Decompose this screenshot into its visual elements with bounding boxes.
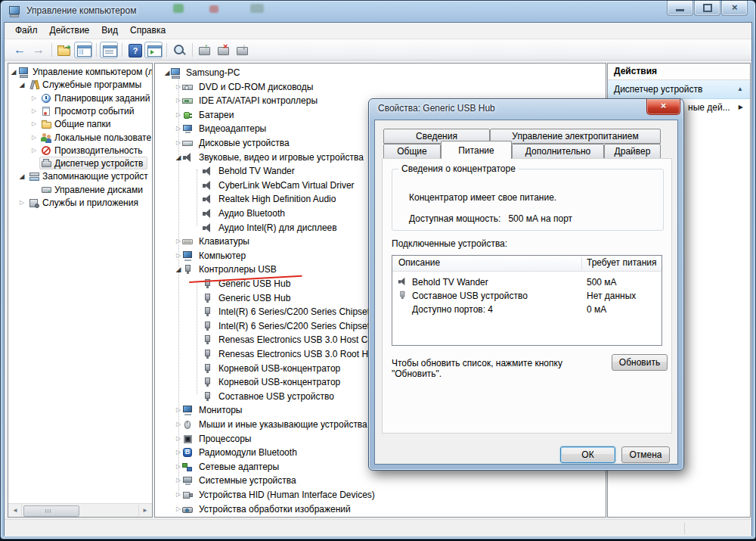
scroll-right-icon[interactable]: ► (138, 505, 151, 516)
device-tree-item-label: Корневой USB-концентратор (218, 363, 340, 374)
device-tree-item[interactable]: ▷Устройства HID (Human Interface Devices… (155, 489, 606, 503)
attached-device-row[interactable]: Доступно портов: 40 мА (392, 303, 662, 316)
show-action-pane-icon[interactable] (144, 42, 163, 58)
dialog-close-button[interactable]: × (646, 99, 680, 115)
show-console-tree-icon[interactable]: ➔ (55, 42, 73, 58)
usb-icon (202, 306, 213, 318)
expand-arrow-icon[interactable]: ▷ (175, 125, 182, 132)
window-titlebar[interactable]: Управление компьютером × (1, 1, 755, 22)
usb-hub-properties-dialog: Свойства: Generic USB Hub × Сведения Упр… (368, 98, 684, 471)
expand-arrow-icon[interactable]: ▷ (175, 252, 182, 259)
tab-driver[interactable]: Драйвер (604, 144, 661, 159)
console-tree-item[interactable]: ▷Общие папки (8, 118, 152, 131)
tab-power[interactable]: Питание (441, 141, 512, 159)
expand-arrow-icon[interactable]: ▷ (175, 238, 182, 244)
expand-arrow-icon[interactable]: ▷ (30, 120, 38, 127)
help-icon[interactable]: ? (125, 42, 144, 58)
console-tree-item[interactable]: Диспетчер устройств (8, 157, 152, 170)
collapse-arrow-icon[interactable]: ◢ (10, 68, 17, 76)
expand-arrow-icon[interactable]: ▷ (175, 491, 182, 498)
console-tree-item[interactable]: ◢Запоминающие устройст (8, 170, 152, 183)
hid-icon (182, 490, 194, 501)
console-tree-item[interactable]: ▷Просмотр событий (8, 105, 152, 118)
device-tree-item-label: Клавиатуры (199, 236, 249, 247)
maximize-button[interactable] (694, 1, 720, 16)
keyboard-icon (182, 236, 194, 247)
battery-icon (182, 110, 194, 121)
expand-arrow-icon[interactable]: ▷ (175, 449, 182, 455)
update-driver-icon[interactable]: ↑ (196, 42, 214, 58)
console-tree-item[interactable]: ◢Управление компьютером (л (8, 66, 152, 79)
expand-arrow-icon[interactable]: ▷ (30, 95, 38, 101)
expand-arrow-icon[interactable]: ▷ (175, 421, 182, 428)
console-panes-icon[interactable] (74, 42, 92, 58)
actions-section-label: Диспетчер устройств (614, 84, 702, 95)
disable-device-icon[interactable]: ↓ (234, 42, 252, 58)
dialog-title[interactable]: Свойства: Generic USB Hub (378, 103, 495, 113)
scrollbar-thumb[interactable] (23, 505, 79, 517)
menu-help[interactable]: Справка (124, 23, 172, 39)
expand-arrow-icon[interactable]: ▷ (175, 97, 182, 104)
storage-icon (29, 171, 40, 182)
actions-section-device-manager[interactable]: Диспетчер устройств ▲ (608, 80, 750, 99)
scan-hardware-icon[interactable] (170, 42, 188, 58)
horizontal-scrollbar[interactable]: ◄ ► (8, 503, 152, 517)
minimize-button[interactable] (667, 1, 693, 16)
console-tree-item[interactable]: ▷Производительность (8, 145, 152, 157)
attached-device-row[interactable]: Составное USB устройствоНет данных (392, 289, 662, 303)
expand-arrow-icon[interactable]: ▷ (175, 83, 182, 90)
device-tree-item[interactable]: ▷Устройства обработки изображений (155, 503, 606, 518)
console-tree-item[interactable]: ▷Службы и приложения (8, 197, 152, 210)
close-button[interactable]: × (721, 1, 748, 16)
console-tree-item[interactable]: ▷Локальные пользовате (8, 132, 152, 145)
column-divider[interactable] (581, 257, 582, 269)
mouse-icon (182, 419, 194, 431)
column-description[interactable]: Описание (398, 257, 440, 268)
collapse-arrow-icon[interactable]: ◢ (175, 154, 182, 161)
ok-button[interactable]: ОК (560, 446, 615, 463)
collapse-arrow-icon[interactable]: ◢ (18, 81, 26, 89)
expand-arrow-icon[interactable]: ▷ (175, 139, 182, 146)
toolbar-separator (122, 43, 122, 57)
column-power-required[interactable]: Требует питания (587, 257, 657, 268)
tab-general[interactable]: Общие (383, 144, 441, 159)
expand-arrow-icon[interactable]: ▷ (175, 435, 182, 442)
device-tree-item-label: Behold TV Wander (218, 166, 295, 176)
collapse-section-icon[interactable]: ▲ (737, 80, 743, 98)
expand-arrow-icon[interactable]: ▷ (18, 199, 26, 206)
tab-advanced[interactable]: Дополнительно (512, 144, 604, 159)
menu-file[interactable]: Файл (9, 23, 44, 39)
console-tree-item[interactable]: ▷Планировщик заданий (8, 92, 152, 105)
console-tree-item[interactable]: ◢Служебные программы (8, 79, 152, 92)
expand-arrow-icon[interactable]: ▷ (175, 505, 182, 512)
network-icon (182, 462, 194, 473)
forward-icon[interactable]: → (29, 42, 48, 58)
expand-arrow-icon[interactable]: ▷ (30, 107, 38, 114)
cancel-button[interactable]: Отмена (621, 446, 670, 463)
expand-arrow-icon[interactable]: ▷ (30, 147, 38, 154)
attached-devices-list[interactable]: Описание Требует питания Behold TV Wande… (392, 255, 662, 346)
expand-arrow-icon[interactable]: ▷ (175, 463, 182, 470)
expand-arrow-icon[interactable]: ▷ (175, 406, 182, 413)
back-icon[interactable]: ← (11, 42, 29, 58)
device-tree-item[interactable]: ▷Системные устройства (155, 474, 606, 489)
refresh-button[interactable]: Обновить (612, 354, 668, 371)
collapse-arrow-icon[interactable]: ◢ (175, 266, 182, 273)
expand-arrow-icon[interactable]: ▷ (175, 111, 182, 118)
expand-arrow-icon[interactable]: ▷ (30, 134, 38, 141)
menu-view[interactable]: Вид (95, 23, 124, 39)
scroll-left-icon[interactable]: ◄ (9, 505, 22, 516)
menu-action[interactable]: Действие (44, 23, 96, 39)
expand-arrow-icon[interactable]: ▷ (175, 477, 182, 483)
usb-icon (202, 293, 213, 304)
device-tree-item[interactable]: ▷DVD и CD-ROM дисководы (155, 81, 606, 95)
device-tree-item-label: Аудио Bluetooth (218, 208, 285, 219)
collapse-arrow-icon[interactable]: ◢ (18, 173, 26, 180)
device-tree-item[interactable]: ◢Samsung-PC (155, 67, 606, 81)
console-tree-item[interactable]: Управление дисками (8, 184, 152, 197)
uninstall-device-icon[interactable]: × (215, 42, 233, 58)
computer-icon (170, 67, 181, 79)
attached-device-row[interactable]: Behold TV Wander500 мА (392, 275, 662, 289)
properties-icon[interactable] (100, 42, 118, 58)
tab-power-management[interactable]: Управление электропитанием (490, 129, 661, 144)
